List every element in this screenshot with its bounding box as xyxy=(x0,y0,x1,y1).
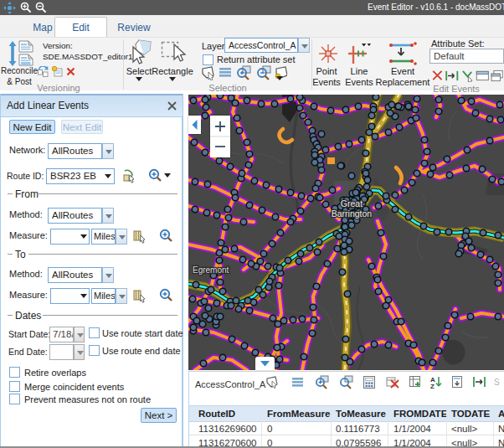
svg-text:Barrington: Barrington xyxy=(332,209,373,219)
svg-text:Z: Z xyxy=(430,383,435,389)
svg-text:S: S xyxy=(494,378,500,387)
svg-text:Great: Great xyxy=(341,198,363,209)
svg-text:Egremont: Egremont xyxy=(193,265,229,275)
